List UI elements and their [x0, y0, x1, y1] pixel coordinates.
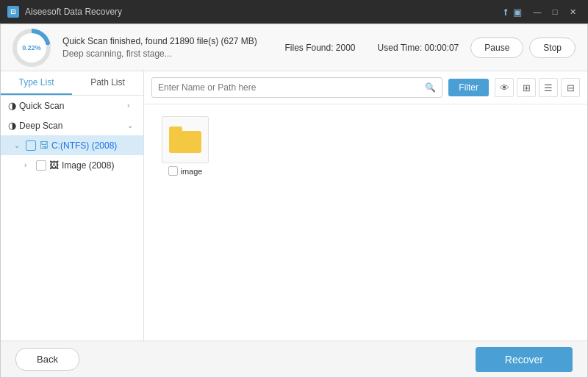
scan-line1: Quick Scan finished, found 21890 file(s)… — [62, 36, 273, 46]
scan-line2: Deep scanning, first stage... — [62, 49, 273, 59]
drive-checkbox[interactable] — [26, 140, 36, 151]
scan-actions: Pause Stop — [470, 38, 576, 58]
toolbar-row: 🔍 Filter 👁 ⊞ ☰ ⊟ — [144, 71, 587, 104]
used-time: Used Time: 00:00:07 — [378, 43, 459, 53]
tree-image-folder[interactable]: › 🖼 Image (2008) — [1, 155, 143, 175]
drive-chevron: ⌄ — [14, 141, 23, 149]
top-bar: 0.22% Quick Scan finished, found 21890 f… — [1, 24, 587, 71]
search-box[interactable]: 🔍 — [151, 77, 442, 98]
progress-value: 0.22% — [17, 33, 46, 63]
recover-button[interactable]: Recover — [476, 347, 573, 372]
stop-button[interactable]: Stop — [529, 38, 576, 58]
tab-bar: Type List Path List — [1, 71, 143, 96]
content-area: Type List Path List ◑ Quick Scan › ◑ Dee… — [1, 71, 587, 340]
tree-quick-scan[interactable]: ◑ Quick Scan › — [1, 96, 143, 115]
app-icon: ⊡ — [7, 6, 19, 18]
facebook-icon[interactable]: f — [504, 7, 507, 18]
filter-button[interactable]: Filter — [448, 79, 489, 96]
file-name: image — [181, 167, 203, 176]
main-panel: 🔍 Filter 👁 ⊞ ☰ ⊟ — [144, 71, 587, 340]
tree-drive-c[interactable]: ⌄ 🖫 C:(NTFS) (2008) — [1, 135, 143, 155]
maximize-button[interactable]: □ — [547, 4, 563, 20]
sidebar: Type List Path List ◑ Quick Scan › ◑ Dee… — [1, 71, 144, 340]
bottom-bar: Back Recover — [1, 340, 587, 377]
app-title: Aiseesoft Data Recovery — [25, 7, 504, 17]
files-found: Files Found: 2000 — [284, 43, 355, 53]
quick-scan-chevron: › — [127, 101, 136, 110]
image-checkbox[interactable] — [36, 160, 46, 171]
minimize-button[interactable]: — — [529, 4, 545, 20]
detail-view-button[interactable]: ⊟ — [561, 78, 580, 97]
deep-scan-chevron: ⌄ — [127, 121, 136, 129]
back-button[interactable]: Back — [15, 348, 79, 371]
main-window: 0.22% Quick Scan finished, found 21890 f… — [0, 24, 588, 378]
tab-path-list[interactable]: Path List — [72, 71, 143, 95]
tree-deep-scan[interactable]: ◑ Deep Scan ⌄ — [1, 115, 143, 135]
list-view-button[interactable]: ☰ — [539, 78, 558, 97]
file-grid: image — [144, 104, 587, 340]
deep-scan-icon: ◑ — [8, 120, 16, 131]
scan-info: Quick Scan finished, found 21890 file(s)… — [62, 36, 273, 59]
image-chevron: › — [24, 161, 33, 169]
quick-scan-icon: ◑ — [8, 100, 16, 111]
preview-icon-button[interactable]: 👁 — [495, 78, 514, 97]
grid-view-button[interactable]: ⊞ — [517, 78, 536, 97]
social-links: f ▣ — [504, 7, 522, 18]
folder-icon — [169, 126, 201, 153]
file-thumb-image — [162, 116, 209, 163]
view-icons: 👁 ⊞ ☰ ⊟ — [495, 78, 580, 97]
progress-circle: 0.22% — [12, 29, 51, 67]
file-check-row: image — [168, 166, 203, 176]
scan-stats: Files Found: 2000 Used Time: 00:00:07 — [284, 43, 459, 53]
file-item-checkbox[interactable] — [168, 166, 178, 176]
social-icon-2[interactable]: ▣ — [513, 7, 522, 18]
file-item-image[interactable]: image — [156, 116, 215, 176]
window-controls: — □ ✕ — [529, 4, 581, 20]
drive-icon: 🖫 — [39, 140, 49, 151]
image-icon: 🖼 — [49, 160, 59, 171]
close-button[interactable]: ✕ — [564, 4, 581, 20]
pause-button[interactable]: Pause — [470, 38, 523, 58]
search-icon: 🔍 — [425, 82, 436, 93]
search-input[interactable] — [158, 82, 420, 93]
tab-type-list[interactable]: Type List — [1, 71, 72, 95]
title-bar: ⊡ Aiseesoft Data Recovery f ▣ — □ ✕ — [0, 0, 588, 24]
